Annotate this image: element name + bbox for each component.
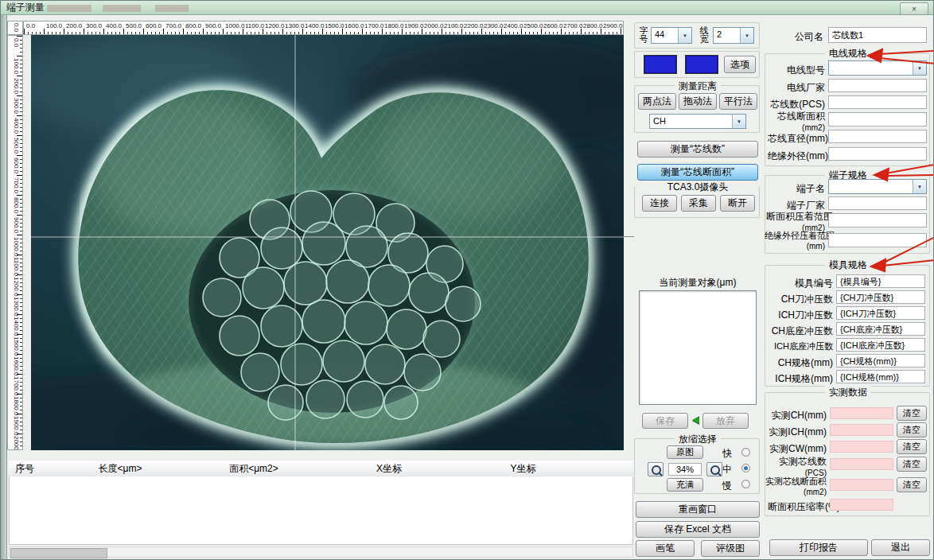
col-x[interactable]: X坐标 bbox=[321, 461, 457, 477]
fit-window-button[interactable]: 充满 bbox=[667, 478, 703, 492]
measured-cw-field[interactable] bbox=[830, 441, 893, 453]
measured-core-area-field[interactable] bbox=[830, 479, 893, 491]
rating-chart-button[interactable]: 评级图 bbox=[701, 540, 760, 557]
clear-cw-button[interactable]: 清空 bbox=[897, 439, 927, 454]
measured-ch-label: 实测CH(mm) bbox=[768, 409, 827, 422]
zoom-in-button[interactable] bbox=[648, 462, 664, 476]
ruler-corner: 0.0 bbox=[7, 21, 23, 35]
current-object-title: 当前测量对象(μm) bbox=[634, 276, 761, 290]
line-width-select[interactable]: 2 ▼ bbox=[713, 27, 754, 44]
zoom-out-button[interactable] bbox=[706, 462, 722, 476]
color-options-group: 选项 bbox=[634, 51, 760, 78]
drag-method-button[interactable]: 拖动法 bbox=[679, 93, 717, 110]
speed-fast-radio[interactable] bbox=[741, 448, 750, 457]
camera-group: TCA3.0摄像头 连接 采集 断开 bbox=[634, 186, 760, 218]
redraw-window-button[interactable]: 重画窗口 bbox=[636, 501, 760, 518]
ich-base-count-input[interactable]: {ICH底座冲压数} bbox=[836, 338, 925, 352]
measured-core-count-label: 实测芯线数(PCS) bbox=[768, 455, 827, 477]
measure-core-count-button[interactable]: 测量“芯线数” bbox=[637, 141, 758, 158]
parallel-method-button[interactable]: 平行法 bbox=[719, 93, 757, 110]
mold-number-input[interactable]: {模具编号} bbox=[836, 274, 925, 288]
measured-data-title: 实测数据 bbox=[825, 386, 871, 399]
measured-core-area-label: 实测芯线断面积(mm2) bbox=[765, 476, 827, 496]
company-input[interactable] bbox=[828, 27, 927, 43]
measured-cw-label: 实测CW(mm) bbox=[768, 442, 827, 456]
core-area-input[interactable] bbox=[828, 112, 927, 126]
compression-ratio-field[interactable] bbox=[830, 499, 893, 511]
ich-spec-input[interactable]: {ICH规格(mm)} bbox=[836, 370, 925, 383]
speed-fast-label: 快 bbox=[722, 447, 732, 461]
core-area-label: 芯线断面积(mm2) bbox=[768, 110, 825, 132]
mold-spec-title: 模具规格 bbox=[825, 259, 871, 272]
color-swatch-1[interactable] bbox=[644, 56, 676, 73]
ich-blade-count-input[interactable]: {ICH刀冲压数} bbox=[836, 306, 925, 320]
ch-blade-count-input[interactable]: {CH刀冲压数} bbox=[836, 290, 925, 304]
current-object-listbox[interactable] bbox=[639, 290, 757, 405]
camera-disconnect-button[interactable]: 断开 bbox=[720, 195, 755, 212]
terminal-maker-input[interactable] bbox=[828, 196, 927, 210]
measured-ch-field[interactable] bbox=[830, 407, 893, 419]
measure-mode-select[interactable]: CH ▼ bbox=[649, 114, 746, 129]
color-swatch-2[interactable] bbox=[686, 56, 718, 73]
col-y[interactable]: Y坐标 bbox=[457, 461, 590, 477]
font-size-select[interactable]: 44 ▼ bbox=[651, 27, 692, 44]
line-width-label: 线宽 bbox=[699, 26, 710, 44]
crimp-area-range-input[interactable] bbox=[828, 213, 927, 228]
clear-core-area-button[interactable]: 清空 bbox=[897, 477, 927, 492]
chevron-down-icon: ▼ bbox=[678, 28, 691, 43]
microscope-image[interactable] bbox=[31, 35, 624, 450]
save-excel-button[interactable]: 保存 Excel 文档 bbox=[636, 521, 760, 538]
measured-core-count-field[interactable] bbox=[830, 458, 893, 470]
window-title: 端子测量 bbox=[6, 1, 45, 14]
insulation-od-input[interactable] bbox=[828, 147, 927, 161]
text-style-group: 字号 44 ▼ 线宽 2 ▼ bbox=[634, 22, 760, 49]
core-count-input[interactable] bbox=[828, 95, 927, 109]
save-measure-button[interactable]: 保存 bbox=[642, 413, 688, 429]
speed-medium-label: 中 bbox=[722, 463, 732, 476]
insulation-od-label: 绝缘外径(mm) bbox=[768, 150, 825, 163]
camera-connect-button[interactable]: 连接 bbox=[642, 195, 677, 212]
crosshair-extension bbox=[624, 236, 634, 237]
hscrollbar-thumb[interactable] bbox=[10, 548, 107, 558]
exit-button[interactable]: 退出 bbox=[871, 539, 930, 556]
terminal-measurement-window: 端子测量 × 0.0 0.0100.0200.0300.0400.0500.06… bbox=[0, 0, 934, 560]
clear-ich-button[interactable]: 清空 bbox=[897, 422, 927, 438]
speed-medium-radio[interactable] bbox=[741, 464, 750, 472]
pen-button[interactable]: 画笔 bbox=[636, 540, 695, 557]
wire-spec-title: 电线规格 bbox=[825, 47, 871, 60]
col-area[interactable]: 面积<μm2> bbox=[186, 461, 322, 477]
measure-core-area-button[interactable]: 测量“芯线断面积” bbox=[637, 164, 758, 181]
ch-spec-input[interactable]: {CH规格(mm)} bbox=[836, 354, 925, 368]
original-size-button[interactable]: 原图 bbox=[667, 445, 703, 459]
titlebar-redacted bbox=[103, 5, 141, 12]
options-button[interactable]: 选项 bbox=[724, 56, 756, 73]
print-report-button[interactable]: 打印报告 bbox=[769, 539, 868, 556]
camera-capture-button[interactable]: 采集 bbox=[681, 195, 716, 212]
terminal-name-select[interactable]: ▼ bbox=[828, 179, 927, 194]
core-diameter-label: 芯线直径(mm) bbox=[768, 132, 825, 146]
wire-model-label: 电线型号 bbox=[768, 64, 825, 77]
font-size-label: 字号 bbox=[638, 26, 649, 44]
col-length[interactable]: 长度<μm> bbox=[54, 461, 187, 477]
discard-measure-button[interactable]: 放弃 bbox=[702, 413, 749, 429]
crimp-area-range-label: 断面积压着范围(mm2) bbox=[766, 210, 825, 232]
terminal-name-label: 端子名 bbox=[768, 182, 825, 196]
insulation-crimp-range-input[interactable] bbox=[828, 233, 927, 247]
wire-model-select[interactable]: ▼ bbox=[828, 60, 927, 76]
speed-slow-radio[interactable] bbox=[741, 480, 750, 488]
two-point-method-button[interactable]: 两点法 bbox=[638, 93, 676, 110]
ch-spec-label: CH规格(mm) bbox=[768, 356, 833, 370]
insulation-crimp-range-label: 绝缘外径压着范围(mm) bbox=[765, 230, 825, 251]
core-diameter-input[interactable] bbox=[828, 130, 927, 143]
clear-ch-button[interactable]: 清空 bbox=[897, 406, 927, 421]
clear-core-count-button[interactable]: 清空 bbox=[897, 457, 927, 472]
table-hscrollbar[interactable] bbox=[9, 546, 633, 558]
wire-maker-input[interactable] bbox=[828, 79, 927, 92]
close-button[interactable]: × bbox=[900, 2, 928, 15]
measured-ich-field[interactable] bbox=[830, 424, 893, 436]
titlebar-redacted bbox=[155, 5, 189, 12]
results-table-body[interactable] bbox=[9, 476, 633, 545]
ch-base-count-input[interactable]: {CH底座冲压数} bbox=[836, 322, 925, 336]
close-icon: × bbox=[912, 5, 916, 14]
title-bar: 端子测量 bbox=[1, 1, 934, 15]
